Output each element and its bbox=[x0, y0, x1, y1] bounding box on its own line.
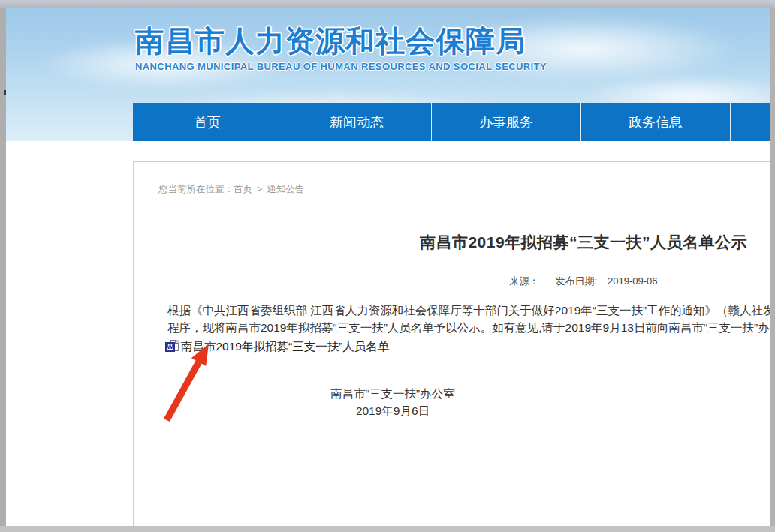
window-frame-left bbox=[0, 8, 6, 526]
nav-item-gov-info[interactable]: 政务信息 bbox=[581, 103, 731, 141]
breadcrumb-link-notices[interactable]: 通知公告 bbox=[267, 184, 304, 194]
signature-date: 2019年9月6日 bbox=[167, 402, 618, 419]
browser-window: 南昌市人力资源和社会保障局 NANCHANG MUNICIPAL BUREAU … bbox=[0, 0, 775, 532]
breadcrumb: 您当前所在位置：首页>通知公告 bbox=[158, 183, 304, 196]
meta-date-value: 2019-09-06 bbox=[608, 275, 658, 287]
site-title-english: NANCHANG MUNICIPAL BUREAU OF HUMAN RESOU… bbox=[135, 61, 547, 72]
article-meta: 来源：发布日期:2019-09-06 bbox=[134, 275, 770, 288]
window-frame-right bbox=[770, 8, 775, 526]
breadcrumb-link-home[interactable]: 首页 bbox=[234, 184, 252, 194]
signature-block: 南昌市“三支一扶”办公室 2019年9月6日 bbox=[167, 385, 618, 419]
site-logo[interactable]: 南昌市人力资源和社会保障局 NANCHANG MUNICIPAL BUREAU … bbox=[135, 24, 547, 72]
content-panel: 您当前所在位置：首页>通知公告 南昌市2019年拟招募“三支一扶”人员名单公示 … bbox=[133, 161, 770, 526]
window-frame-bottom bbox=[0, 526, 775, 532]
body-paragraph-line-2: 程序，现将南昌市2019年拟招募“三支一扶”人员名单予以公示。如有意见,请于20… bbox=[167, 320, 770, 336]
meta-source-label: 来源： bbox=[509, 275, 538, 287]
attachment-link[interactable]: W 南昌市2019年拟招募“三支一扶”人员名单 bbox=[165, 339, 389, 355]
meta-date-label: 发布日期: bbox=[555, 275, 597, 287]
window-frame-top bbox=[0, 0, 775, 8]
nav-item-services[interactable]: 办事服务 bbox=[432, 103, 581, 141]
nav-item-news[interactable]: 新闻动态 bbox=[282, 103, 432, 141]
site-title-chinese: 南昌市人力资源和社会保障局 bbox=[135, 24, 547, 59]
page-viewport: 南昌市人力资源和社会保障局 NANCHANG MUNICIPAL BUREAU … bbox=[6, 8, 770, 526]
article-title: 南昌市2019年拟招募“三支一扶”人员名单公示 bbox=[134, 232, 770, 253]
body-paragraph-line-1: 根据《中共江西省委组织部 江西省人力资源和社会保障厅等十部门关于做好2019年“… bbox=[167, 302, 770, 319]
breadcrumb-separator: > bbox=[257, 184, 262, 194]
nav-item-cutoff[interactable] bbox=[731, 103, 770, 141]
nav-item-home[interactable]: 首页 bbox=[133, 103, 282, 141]
breadcrumb-prefix: 您当前所在位置： bbox=[158, 184, 234, 194]
dotted-divider bbox=[144, 209, 770, 209]
attachment-label: 南昌市2019年拟招募“三支一扶”人员名单 bbox=[181, 339, 389, 355]
main-nav: 首页 新闻动态 办事服务 政务信息 bbox=[133, 103, 770, 141]
word-doc-icon: W bbox=[165, 340, 179, 354]
signature-office: 南昌市“三支一扶”办公室 bbox=[167, 385, 618, 402]
